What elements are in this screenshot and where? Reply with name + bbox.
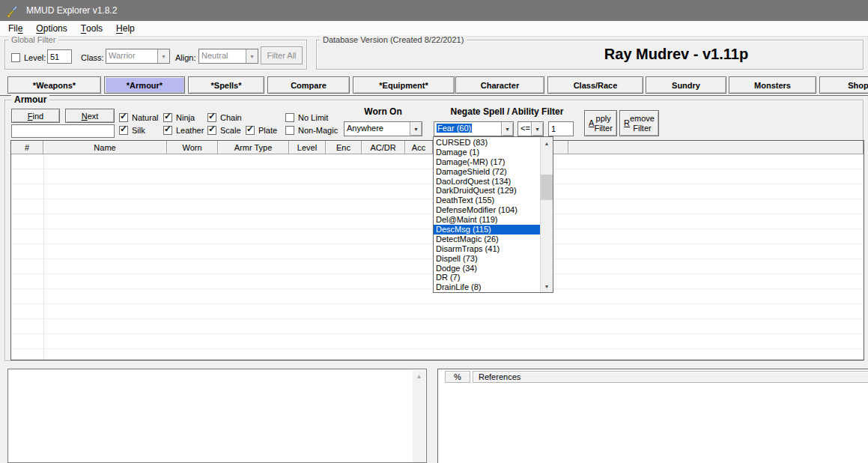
checkbox-box[interactable]: ✓: [163, 126, 172, 135]
menu-item-file[interactable]: File: [1, 21, 29, 36]
dropdown-item[interactable]: DefenseModifier (104): [434, 205, 540, 215]
checkbox-chain[interactable]: ✓ Chain: [207, 112, 242, 122]
checkbox-no-limit[interactable]: ✓ No Limit: [285, 112, 328, 122]
global-filter-group: Global Filter ✓ Level: Class: Warrior ▼ …: [4, 40, 307, 70]
dropdown-item[interactable]: Dodge (34): [434, 264, 540, 273]
checkbox-box[interactable]: ✓: [119, 113, 128, 122]
checkbox-box[interactable]: ✓: [207, 126, 216, 135]
column-gridline: [43, 154, 44, 360]
column-header-acc[interactable]: Acc: [405, 141, 433, 154]
chevron-down-icon: ▼: [157, 49, 169, 63]
dropdown-item[interactable]: Dispell (73): [434, 254, 540, 264]
level-input[interactable]: [47, 49, 72, 64]
menu-item-options[interactable]: Options: [29, 21, 73, 36]
checkbox-silk[interactable]: ✓ Silk: [119, 125, 145, 135]
dropdown-item[interactable]: DR (7): [434, 273, 540, 282]
negate-spell-select[interactable]: Fear (60) ▼: [434, 121, 514, 136]
search-input[interactable]: [11, 124, 115, 138]
dropdown-item[interactable]: DamageShield (72): [434, 167, 540, 177]
tab-separator-line: [0, 95, 868, 96]
tab-monsters[interactable]: Monsters: [729, 76, 816, 94]
column-header-acdr[interactable]: AC/DR: [362, 141, 405, 154]
tab-equipment[interactable]: *Equipment*: [353, 76, 455, 94]
tab-weapons[interactable]: *Weapons*: [7, 76, 101, 94]
align-label: Align:: [175, 53, 196, 62]
chevron-down-icon[interactable]: ▼: [501, 122, 513, 136]
checkbox-scale[interactable]: ✓ Scale: [207, 125, 241, 135]
checkbox-leather[interactable]: ✓ Leather: [163, 125, 204, 135]
dropdown-item[interactable]: DisarmTraps (41): [434, 244, 540, 254]
scroll-up-icon[interactable]: ▲: [541, 137, 553, 149]
negate-spell-selected-text: Fear (60): [437, 124, 472, 133]
dropdown-item[interactable]: CURSED (83): [434, 138, 540, 148]
tab-compare[interactable]: Compare: [267, 76, 350, 94]
find-button[interactable]: Find: [11, 109, 60, 123]
tab-class-race[interactable]: Class/Race: [547, 76, 643, 94]
mmud-explorer-window: MMUD Explorer v1.8.2 File Options Tools …: [0, 0, 868, 463]
chevron-down-icon[interactable]: ▼: [410, 122, 422, 136]
dropdown-item[interactable]: Damage(-MR) (17): [434, 157, 540, 167]
column-header-percent[interactable]: %: [445, 371, 470, 383]
scroll-down-icon[interactable]: ▼: [541, 280, 553, 292]
column-header-worn[interactable]: Worn: [167, 141, 218, 154]
scrollbar-thumb[interactable]: [541, 175, 553, 200]
worn-on-label: Worn On: [344, 106, 422, 117]
column-header-level[interactable]: Level: [289, 141, 326, 154]
spell-dropdown-list: CURSED (83) Damage (1) Damage(-MR) (17) …: [433, 136, 553, 293]
column-header-enc[interactable]: Enc: [326, 141, 362, 154]
dropdown-item[interactable]: Damage (1): [434, 148, 540, 157]
tab-sundry[interactable]: Sundry: [646, 76, 726, 94]
apply-filter-button[interactable]: Apply Filter: [584, 110, 617, 136]
level-checkbox-box[interactable]: ✓: [11, 53, 20, 62]
dropdown-item[interactable]: DeathText (155): [434, 196, 540, 205]
menu-item-tools[interactable]: Tools: [74, 21, 109, 36]
tab-character[interactable]: Character: [455, 76, 544, 94]
tab-shops[interactable]: Shops: [819, 76, 868, 94]
chevron-down-icon[interactable]: ▼: [531, 122, 543, 136]
dropdown-item[interactable]: Del@Maint (119): [434, 215, 540, 225]
level-checkbox[interactable]: ✓ Level:: [11, 52, 46, 62]
checkbox-ninja[interactable]: ✓ Ninja: [163, 112, 195, 122]
checkbox-natural[interactable]: ✓ Natural: [119, 112, 158, 122]
database-version-label: Database Version (Created 8/22/2021): [320, 35, 467, 45]
checkbox-box[interactable]: ✓: [285, 113, 294, 122]
next-button[interactable]: Next: [65, 109, 115, 123]
worn-on-select[interactable]: Anywhere ▼: [344, 121, 422, 136]
check-icon: ✓: [208, 112, 216, 121]
dropdown-item[interactable]: DrainLife (8): [434, 282, 540, 292]
dropdown-scrollbar[interactable]: ▲ ▼: [540, 137, 553, 292]
database-title: Ray Mudrev - v1.11p: [526, 46, 826, 63]
checkbox-box[interactable]: ✓: [246, 126, 255, 135]
negate-filter-label: Negate Spell / Ability Filter: [443, 106, 571, 117]
dropdown-item[interactable]: DarkDruidQuest (129): [434, 186, 540, 196]
menu-item-help[interactable]: Help: [109, 21, 142, 36]
scroll-up-icon[interactable]: ▲: [413, 370, 425, 383]
tab-spells[interactable]: *Spells*: [188, 76, 264, 94]
spell-dropdown-items: CURSED (83) Damage (1) Damage(-MR) (17) …: [434, 137, 540, 292]
description-scrollbar[interactable]: ▲: [413, 370, 425, 462]
dropdown-item[interactable]: DaoLordQuest (134): [434, 177, 540, 187]
amount-input[interactable]: [548, 121, 574, 136]
column-header-rest: [568, 141, 864, 154]
column-header-name[interactable]: Name: [43, 141, 167, 154]
align-select: Neutral ▼: [198, 49, 258, 64]
column-header-armr-type[interactable]: Armr Type: [218, 141, 289, 154]
checkbox-box[interactable]: ✓: [285, 126, 294, 135]
checkbox-non-magic[interactable]: ✓ Non-Magic: [285, 125, 338, 135]
checkbox-box[interactable]: ✓: [119, 126, 128, 135]
operator-select[interactable]: <= ▼: [518, 121, 544, 136]
dropdown-item[interactable]: DetectMagic (26): [434, 234, 540, 244]
tab-armour[interactable]: *Armour*: [104, 76, 185, 94]
column-header-number[interactable]: #: [11, 141, 43, 154]
menubar: File Options Tools Help: [0, 21, 868, 37]
dropdown-item-selected[interactable]: DescMsg (115): [434, 225, 540, 234]
description-panel: ▲: [7, 369, 427, 463]
column-header-references[interactable]: References: [473, 371, 868, 383]
check-icon: ✓: [120, 124, 127, 133]
remove-filter-button[interactable]: Remove Filter: [619, 110, 659, 136]
class-label: Class:: [81, 53, 104, 62]
checkbox-plate[interactable]: ✓ Plate: [246, 125, 277, 135]
chevron-down-icon: ▼: [246, 49, 258, 63]
checkbox-box[interactable]: ✓: [163, 113, 172, 122]
checkbox-box[interactable]: ✓: [207, 113, 216, 122]
